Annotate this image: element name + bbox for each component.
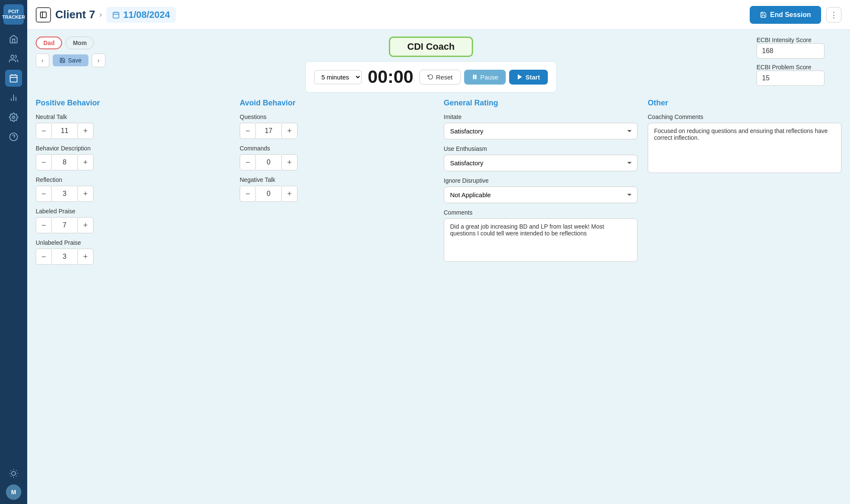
commands-increment[interactable]: +: [281, 154, 298, 170]
avoid-behavior-col: Avoid Behavior Questions − 17 + Commands…: [240, 99, 434, 497]
svg-marker-28: [518, 75, 521, 79]
user-avatar[interactable]: M: [6, 484, 21, 500]
questions-increment[interactable]: +: [281, 123, 298, 139]
labeled-praise-item: Labeled Praise − 7 +: [36, 208, 230, 233]
other-col: Other Coaching Comments Focused on reduc…: [648, 99, 842, 497]
reflection-decrement[interactable]: −: [36, 186, 52, 202]
sidebar-item-calendar[interactable]: [5, 70, 22, 87]
top-section: Dad Mom ‹ Save › CDI Coach 5 minut: [36, 37, 842, 93]
sidebar-item-settings[interactable]: [5, 109, 22, 126]
neutral-talk-label: Neutral Talk: [36, 113, 230, 120]
neutral-talk-value: 11: [52, 123, 77, 139]
ecbi-scores: ECBI Intensity Score ECBI Problem Score: [756, 37, 842, 86]
breadcrumb-chevron: ›: [99, 10, 102, 19]
reflection-item: Reflection − 3 +: [36, 176, 230, 202]
questions-decrement[interactable]: −: [240, 123, 256, 139]
mom-tab[interactable]: Mom: [65, 37, 94, 49]
questions-value: 17: [256, 123, 281, 139]
svg-rect-22: [113, 12, 119, 18]
timer-controls: Reset Pause Start: [419, 70, 548, 85]
imitate-label: Imitate: [444, 113, 638, 120]
reflection-counter: − 3 +: [36, 186, 230, 202]
neutral-talk-item: Neutral Talk − 11 +: [36, 113, 230, 139]
more-options-button[interactable]: ⋮: [826, 7, 842, 23]
unlabeled-praise-decrement[interactable]: −: [36, 249, 52, 265]
behavior-description-counter: − 8 +: [36, 154, 230, 170]
ecbi-problem-input[interactable]: [756, 71, 824, 86]
coaching-comments-group: Coaching Comments Focused on reducing qu…: [648, 113, 842, 173]
negative-talk-counter: − 0 +: [240, 186, 434, 202]
avoid-behavior-header: Avoid Behavior: [240, 99, 434, 108]
app-logo: PCIT TRACKER: [3, 4, 24, 25]
svg-line-18: [11, 476, 11, 476]
topbar-left: Client 7 › 11/08/2024: [36, 7, 745, 23]
page-content: Dad Mom ‹ Save › CDI Coach 5 minut: [27, 30, 850, 504]
labeled-praise-counter: − 7 +: [36, 217, 230, 233]
prev-button[interactable]: ‹: [36, 54, 49, 67]
ignore-disruptive-select[interactable]: Satisfactory Needs Improvement Not Appli…: [444, 187, 638, 203]
unlabeled-praise-increment[interactable]: +: [77, 249, 94, 265]
sidebar-item-sun[interactable]: [5, 465, 22, 482]
negative-talk-decrement[interactable]: −: [240, 186, 256, 202]
ecbi-intensity-label: ECBI Intensity Score: [756, 37, 842, 43]
commands-value: 0: [256, 154, 281, 170]
cdi-timer-row: 5 minutes 00:00 Reset Pause: [305, 61, 556, 93]
date-display[interactable]: 11/08/2024: [106, 7, 176, 23]
questions-counter: − 17 +: [240, 123, 434, 139]
neutral-talk-increment[interactable]: +: [77, 123, 94, 139]
reflection-increment[interactable]: +: [77, 186, 94, 202]
timer-duration-select[interactable]: 5 minutes: [314, 70, 362, 84]
negative-talk-label: Negative Talk: [240, 176, 434, 183]
positive-behavior-header: Positive Behavior: [36, 99, 230, 108]
use-enthusiasm-select[interactable]: Satisfactory Needs Improvement Not Appli…: [444, 155, 638, 171]
sidebar-item-users[interactable]: [5, 50, 22, 67]
neutral-talk-decrement[interactable]: −: [36, 123, 52, 139]
cdi-title: CDI Coach: [389, 37, 473, 57]
sidebar: PCIT TRACKER M: [0, 0, 27, 504]
general-rating-header: General Rating: [444, 99, 638, 108]
start-button[interactable]: Start: [509, 70, 547, 85]
svg-line-19: [16, 470, 17, 471]
imitate-group: Imitate Satisfactory Needs Improvement N…: [444, 113, 638, 139]
end-session-button[interactable]: End Session: [750, 6, 821, 24]
use-enthusiasm-group: Use Enthusiasm Satisfactory Needs Improv…: [444, 145, 638, 171]
commands-counter: − 0 +: [240, 154, 434, 170]
sidebar-item-help[interactable]: [5, 128, 22, 145]
ignore-disruptive-label: Ignore Disruptive: [444, 177, 638, 184]
imitate-select[interactable]: Satisfactory Needs Improvement Not Appli…: [444, 123, 638, 139]
next-button[interactable]: ›: [92, 54, 105, 67]
ecbi-intensity-input[interactable]: [756, 43, 824, 59]
behavior-description-decrement[interactable]: −: [36, 154, 52, 170]
unlabeled-praise-item: Unlabeled Praise − 3 +: [36, 239, 230, 265]
timer-display: 00:00: [368, 67, 413, 87]
reset-button[interactable]: Reset: [419, 70, 461, 85]
topbar: Client 7 › 11/08/2024 End Session ⋮: [27, 0, 850, 30]
general-rating-col: General Rating Imitate Satisfactory Need…: [444, 99, 638, 497]
left-controls: Dad Mom ‹ Save ›: [36, 37, 105, 67]
dad-tab[interactable]: Dad: [36, 37, 62, 49]
behavior-description-value: 8: [52, 154, 77, 170]
comments-textarea[interactable]: Did a great job increasing BD and LP fro…: [444, 218, 638, 262]
pause-button[interactable]: Pause: [464, 70, 506, 85]
panel-icon: [36, 7, 51, 23]
labeled-praise-decrement[interactable]: −: [36, 217, 52, 233]
sidebar-item-home[interactable]: [5, 31, 22, 48]
behavior-description-increment[interactable]: +: [77, 154, 94, 170]
save-button[interactable]: Save: [53, 54, 88, 66]
svg-rect-26: [473, 75, 474, 79]
coaching-comments-textarea[interactable]: Focused on reducing questions and ensuri…: [648, 123, 842, 173]
behavior-description-label: Behavior Description: [36, 145, 230, 152]
behavior-grid: Positive Behavior Neutral Talk − 11 + Be…: [36, 99, 842, 497]
commands-decrement[interactable]: −: [240, 154, 256, 170]
main-content: Client 7 › 11/08/2024 End Session ⋮ Dad …: [27, 0, 850, 504]
save-label: Save: [68, 57, 82, 64]
negative-talk-increment[interactable]: +: [281, 186, 298, 202]
labeled-praise-increment[interactable]: +: [77, 217, 94, 233]
svg-point-0: [11, 55, 14, 58]
questions-label: Questions: [240, 113, 434, 120]
client-name: Client 7: [55, 8, 95, 21]
labeled-praise-label: Labeled Praise: [36, 208, 230, 215]
svg-line-15: [16, 476, 17, 476]
start-label: Start: [525, 74, 540, 81]
sidebar-item-chart[interactable]: [5, 89, 22, 106]
